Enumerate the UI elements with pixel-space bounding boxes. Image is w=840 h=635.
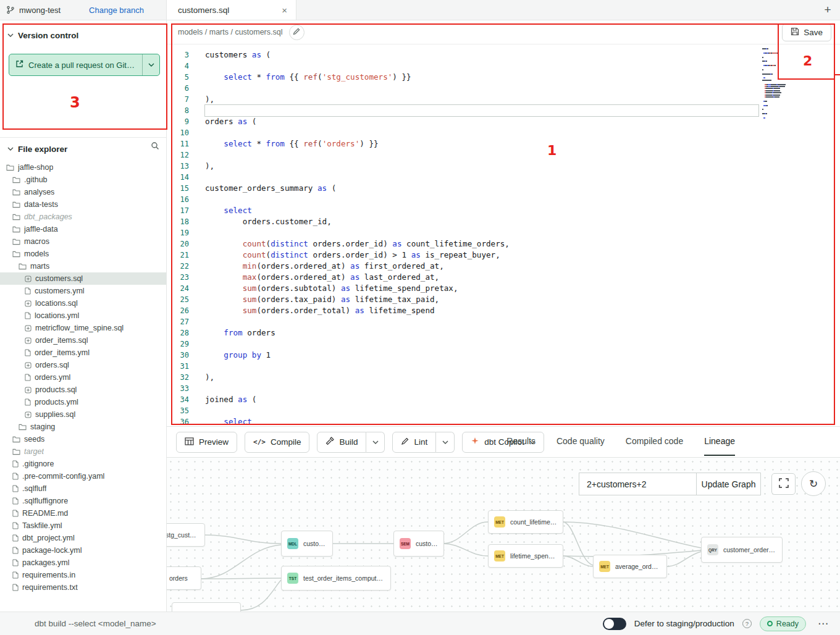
code-line-14[interactable] — [205, 172, 758, 183]
tree-item-models[interactable]: models — [0, 248, 166, 260]
tree-item-jaffle-data[interactable]: jaffle-data — [0, 223, 166, 235]
code-line-6[interactable] — [205, 83, 758, 94]
tree-item-.sqlfluffignore[interactable]: .sqlfluffignore — [0, 495, 166, 507]
tree-item-Taskfile.yml[interactable]: Taskfile.yml — [0, 519, 166, 532]
code-line-7[interactable]: ), — [205, 94, 758, 105]
tree-item-supplies.sql[interactable]: supplies.sql — [0, 408, 166, 421]
defer-toggle[interactable] — [603, 618, 626, 630]
tree-item-orders.sql[interactable]: orders.sql — [0, 359, 166, 371]
code-line-30[interactable]: group by 1 — [205, 350, 758, 361]
code-line-26[interactable]: sum(orders.order_total) as lifetime_spen… — [205, 305, 758, 316]
code-line-16[interactable] — [205, 194, 758, 205]
code-line-12[interactable] — [205, 149, 758, 161]
tree-item-orders.yml[interactable]: orders.yml — [0, 371, 166, 384]
lineage-node-customer_order_metrics[interactable]: QRYcustomer_order_metrics — [701, 537, 783, 563]
tree-item-.sqlfluff[interactable]: .sqlfluff — [0, 482, 166, 495]
tree-item-data-tests[interactable]: data-tests — [0, 198, 166, 211]
tree-item-dbt_project.yml[interactable]: dbt_project.yml — [0, 532, 166, 544]
tree-item-requirements.txt[interactable]: requirements.txt — [0, 581, 166, 594]
file-action-button[interactable] — [289, 25, 304, 40]
pull-request-dropdown-button[interactable] — [142, 54, 159, 75]
tab-code-quality[interactable]: Code quality — [556, 427, 605, 456]
code-line-24[interactable]: sum(orders.subtotal) as lifetime_spend_p… — [205, 283, 758, 294]
code-line-11[interactable]: select * from {{ ref('orders') }} — [205, 138, 758, 149]
tree-item-.pre-commit-config.yaml[interactable]: .pre-commit-config.yaml — [0, 470, 166, 482]
code-line-13[interactable]: ), — [205, 161, 758, 172]
code-line-25[interactable]: sum(orders.tax_paid) as lifetime_tax_pai… — [205, 294, 758, 305]
tab-customers-sql[interactable]: customers.sql × — [167, 0, 296, 20]
tree-item-locations.sql[interactable]: locations.sql — [0, 297, 166, 309]
refresh-graph-button[interactable]: ↻ — [801, 471, 826, 496]
lineage-node-count_lifetime_orders[interactable]: METcount_lifetime_orders — [488, 510, 563, 534]
code-line-21[interactable]: count(distinct orders.order_id) > 1 as i… — [205, 250, 758, 261]
tree-item-marts[interactable]: marts — [0, 260, 166, 272]
build-dropdown-button[interactable] — [366, 432, 385, 453]
tab-results[interactable]: Results — [506, 427, 536, 456]
code-line-33[interactable] — [205, 383, 758, 394]
new-tab-button[interactable]: + — [815, 0, 840, 20]
code-line-19[interactable] — [205, 227, 758, 238]
graph-selector-input[interactable] — [579, 473, 697, 495]
tree-item-jaffle-shop[interactable]: jaffle-shop — [0, 161, 166, 174]
lineage-node-average_order_value[interactable]: METaverage_order_value — [593, 555, 667, 578]
code-line-22[interactable]: min(orders.ordered_at) as first_ordered_… — [205, 261, 758, 272]
tree-item-staging[interactable]: staging — [0, 421, 166, 433]
code-editor[interactable]: 3456789101112131415161718192021222324252… — [167, 44, 840, 426]
code-line-27[interactable] — [205, 316, 758, 327]
tree-item-locations.yml[interactable]: locations.yml — [0, 309, 166, 322]
save-button[interactable]: Save — [782, 23, 831, 41]
tree-item-packages.yml[interactable]: packages.yml — [0, 557, 166, 569]
tree-item-metricflow_time_spine.sql[interactable]: metricflow_time_spine.sql — [0, 322, 166, 334]
tree-item-customers.yml[interactable]: customers.yml — [0, 285, 166, 297]
code-line-10[interactable] — [205, 127, 758, 138]
code-line-34[interactable]: joined as ( — [205, 394, 758, 405]
tree-item-order_items.yml[interactable]: order_items.yml — [0, 347, 166, 359]
tree-item-order_items.sql[interactable]: order_items.sql — [0, 334, 166, 347]
lint-dropdown-button[interactable] — [436, 432, 455, 453]
fullscreen-button[interactable] — [771, 473, 796, 495]
lineage-node-test_order_items_compute_to_bools…[interactable]: TSTtest_order_items_compute_to_bools… — [281, 566, 391, 591]
code-line-29[interactable] — [205, 339, 758, 350]
code-line-5[interactable]: select * from {{ ref('stg_customers') }} — [205, 72, 758, 83]
lineage-node-lifetime_spend_pretax[interactable]: METlifetime_spend_pretax — [488, 544, 563, 568]
code-line-3[interactable]: customers as ( — [205, 49, 758, 61]
code-line-32[interactable]: ), — [205, 372, 758, 383]
tree-item-products.sql[interactable]: products.sql — [0, 384, 166, 396]
tree-item-analyses[interactable]: analyses — [0, 186, 166, 198]
tree-item-dbt_packages[interactable]: dbt_packages — [0, 211, 166, 223]
lineage-node-orders[interactable]: MDLorders — [167, 566, 201, 590]
create-pull-request-main[interactable]: Create a pull request on Git… — [9, 54, 142, 75]
code-line-17[interactable]: select — [205, 205, 758, 216]
lineage-node-customers[interactable]: SEMcustomers — [393, 531, 444, 557]
code-line-18[interactable]: orders.customer_id, — [205, 216, 758, 227]
overflow-menu-button[interactable]: ⋯ — [814, 617, 833, 630]
tree-item-requirements.in[interactable]: requirements.in — [0, 569, 166, 581]
file-explorer-header[interactable]: File explorer — [0, 141, 167, 156]
tree-item-seeds[interactable]: seeds — [0, 433, 166, 445]
minimap[interactable] — [761, 47, 815, 120]
preview-button[interactable]: Preview — [176, 432, 237, 453]
tree-item-.github[interactable]: .github — [0, 174, 166, 186]
update-graph-button[interactable]: Update Graph — [696, 473, 761, 495]
create-pull-request-button[interactable]: Create a pull request on Git… — [9, 54, 160, 76]
tree-item-customers.sql[interactable]: customers.sql — [0, 272, 166, 285]
tree-item-package-lock.yml[interactable]: package-lock.yml — [0, 544, 166, 557]
code-line-35[interactable] — [205, 405, 758, 416]
info-icon[interactable]: ? — [742, 619, 752, 628]
tree-item-macros[interactable]: macros — [0, 235, 166, 248]
code-line-23[interactable]: max(orders.ordered_at) as last_ordered_a… — [205, 272, 758, 283]
lineage-node-stg_customers[interactable]: MDLstg_customers — [167, 523, 205, 547]
code-line-4[interactable] — [205, 61, 758, 72]
code-line-8[interactable] — [205, 105, 758, 116]
lineage-node-customers[interactable]: MDLcustomers — [281, 531, 333, 557]
code-line-20[interactable]: count(distinct orders.order_id) as count… — [205, 238, 758, 250]
lint-button[interactable]: Lint — [392, 432, 436, 453]
close-icon[interactable]: × — [282, 5, 287, 15]
version-control-header[interactable]: Version control — [0, 28, 166, 43]
code-line-28[interactable]: from orders — [205, 327, 758, 339]
compile-button[interactable]: </> Compile — [245, 432, 309, 453]
code-line-36[interactable]: select — [205, 416, 758, 426]
code-line-9[interactable]: orders as ( — [205, 116, 758, 127]
tab-lineage[interactable]: Lineage — [704, 427, 735, 456]
search-icon[interactable] — [151, 141, 159, 152]
